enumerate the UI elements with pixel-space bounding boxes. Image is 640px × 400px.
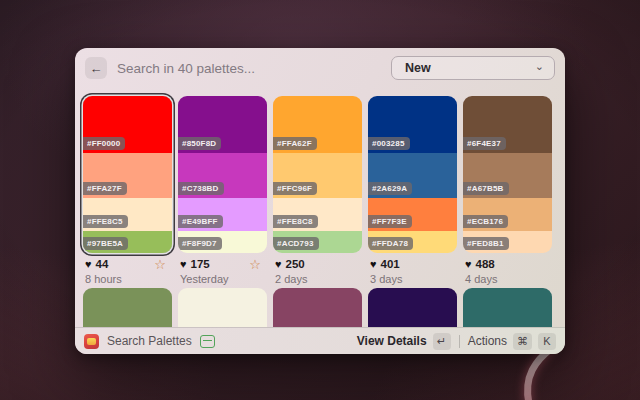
heart-icon: ♥ <box>275 258 282 270</box>
palette-card[interactable]: #FF0000#FFA27F#FFE8C5#97BE5A <box>83 96 172 253</box>
search-input[interactable]: Search in 40 palettes... <box>117 61 381 76</box>
palette-card[interactable]: #6F4E37#A67B5B#ECB176#FED8B1 <box>463 96 552 253</box>
palette-column: #850F8D#C738BD#E49BFF#F8F9D7♥175☆Yesterd… <box>178 96 267 285</box>
color-swatch[interactable]: #FFA62F <box>273 96 362 153</box>
palette-age: 8 hours <box>85 273 172 285</box>
color-swatch[interactable]: #FF0000 <box>83 96 172 153</box>
likes-value: 488 <box>476 258 495 270</box>
likes-value: 175 <box>191 258 210 270</box>
palette-card[interactable]: #003285#2A629A#FF7F3E#FFDA78 <box>368 96 457 253</box>
hex-code-badge: #97BE5A <box>83 237 128 250</box>
color-swatch[interactable]: #E49BFF <box>178 198 267 231</box>
hex-code-badge: #FFA27F <box>83 182 127 195</box>
color-swatch[interactable]: #FFA27F <box>83 153 172 198</box>
likes-value: 44 <box>96 258 109 270</box>
status-bar: Search Palettes View Details ↵ Actions ⌘… <box>75 327 565 354</box>
hex-code-badge: #A67B5B <box>463 182 509 195</box>
color-swatch[interactable]: #FED8B1 <box>463 231 552 253</box>
palette-meta: ♥2502 days <box>273 258 362 285</box>
color-swatch[interactable]: #FF7F3E <box>368 198 457 231</box>
heart-icon: ♥ <box>85 258 92 270</box>
hex-code-badge: #FFA62F <box>273 137 317 150</box>
hex-code-badge: #FF0000 <box>83 137 125 150</box>
color-swatch[interactable]: #2A629A <box>368 153 457 198</box>
palette-grid: #FF0000#FFA27F#FFE8C5#97BE5A♥44☆8 hours#… <box>83 96 557 285</box>
palette-column: #6F4E37#A67B5B#ECB176#FED8B1♥4884 days <box>463 96 552 285</box>
chevron-down-icon: ⌄ <box>535 61 544 72</box>
likes-value: 401 <box>381 258 400 270</box>
extension-icon <box>84 334 99 349</box>
heart-icon: ♥ <box>465 258 472 270</box>
hex-code-badge: #2A629A <box>368 182 412 195</box>
heart-icon: ♥ <box>180 258 187 270</box>
hex-code-badge: #ECB176 <box>463 215 508 228</box>
color-swatch[interactable]: #FFE8C5 <box>83 198 172 231</box>
palette-meta: ♥4013 days <box>368 258 457 285</box>
hex-code-badge: #E49BFF <box>178 215 223 228</box>
saved-palettes-icon <box>200 335 215 348</box>
actions-label: Actions <box>468 334 507 348</box>
color-swatch[interactable]: #FFDA78 <box>368 231 457 253</box>
return-key-icon: ↵ <box>433 333 451 350</box>
palette-age: 3 days <box>370 273 457 285</box>
palette-column: #FF0000#FFA27F#FFE8C5#97BE5A♥44☆8 hours <box>83 96 172 285</box>
palette-age: Yesterday <box>180 273 267 285</box>
hex-code-badge: #850F8D <box>178 137 221 150</box>
sort-dropdown[interactable]: New ⌄ <box>391 56 555 80</box>
palette-card[interactable]: #850F8D#C738BD#E49BFF#F8F9D7 <box>178 96 267 253</box>
color-swatch[interactable]: #850F8D <box>178 96 267 153</box>
palette-meta: ♥175☆Yesterday <box>178 258 267 285</box>
actions-menu-button[interactable]: Actions ⌘ K <box>468 333 556 350</box>
hex-code-badge: #ACD793 <box>273 237 319 250</box>
k-key-icon: K <box>538 333 556 350</box>
palette-column: #003285#2A629A#FF7F3E#FFDA78♥4013 days <box>368 96 457 285</box>
view-details-label: View Details <box>357 334 427 348</box>
hex-code-badge: #FFE8C5 <box>83 215 128 228</box>
palette-age: 2 days <box>275 273 362 285</box>
color-swatch[interactable]: #6F4E37 <box>463 96 552 153</box>
likes-count: ♥250 <box>275 258 362 270</box>
color-swatch[interactable]: #FFE8C8 <box>273 198 362 231</box>
color-swatch[interactable]: #97BE5A <box>83 231 172 253</box>
hex-code-badge: #FF7F3E <box>368 215 412 228</box>
palette-card[interactable]: #FFA62F#FFC96F#FFE8C8#ACD793 <box>273 96 362 253</box>
favorite-star-icon[interactable]: ☆ <box>154 257 166 272</box>
view-details-action[interactable]: View Details ↵ <box>357 333 451 350</box>
command-key-icon: ⌘ <box>513 333 532 350</box>
footer-divider <box>459 335 460 348</box>
heart-icon: ♥ <box>370 258 377 270</box>
raycast-window: ← Search in 40 palettes... New ⌄ #FF0000… <box>75 48 565 354</box>
color-swatch[interactable]: #A67B5B <box>463 153 552 198</box>
likes-count: ♥488 <box>465 258 552 270</box>
search-header: ← Search in 40 palettes... New ⌄ <box>75 48 565 88</box>
color-swatch[interactable]: #003285 <box>368 96 457 153</box>
favorite-star-icon[interactable]: ☆ <box>249 257 261 272</box>
extension-name: Search Palettes <box>107 334 192 348</box>
color-swatch[interactable]: #C738BD <box>178 153 267 198</box>
palette-column: #FFA62F#FFC96F#FFE8C8#ACD793♥2502 days <box>273 96 362 285</box>
hex-code-badge: #FFE8C8 <box>273 215 318 228</box>
back-button[interactable]: ← <box>85 57 107 79</box>
hex-code-badge: #6F4E37 <box>463 137 506 150</box>
sort-dropdown-value: New <box>405 61 535 75</box>
hex-code-badge: #C738BD <box>178 182 224 195</box>
color-swatch[interactable]: #FFC96F <box>273 153 362 198</box>
likes-count: ♥401 <box>370 258 457 270</box>
hex-code-badge: #FFDA78 <box>368 237 413 250</box>
palette-age: 4 days <box>465 273 552 285</box>
likes-value: 250 <box>286 258 305 270</box>
hex-code-badge: #FED8B1 <box>463 237 509 250</box>
hex-code-badge: #FFC96F <box>273 182 317 195</box>
color-swatch[interactable]: #ACD793 <box>273 231 362 253</box>
hex-code-badge: #F8F9D7 <box>178 237 222 250</box>
hex-code-badge: #003285 <box>368 137 410 150</box>
color-swatch[interactable]: #ECB176 <box>463 198 552 231</box>
palette-meta: ♥44☆8 hours <box>83 258 172 285</box>
palette-meta: ♥4884 days <box>463 258 552 285</box>
color-swatch[interactable]: #F8F9D7 <box>178 231 267 253</box>
back-arrow-icon: ← <box>90 61 103 76</box>
